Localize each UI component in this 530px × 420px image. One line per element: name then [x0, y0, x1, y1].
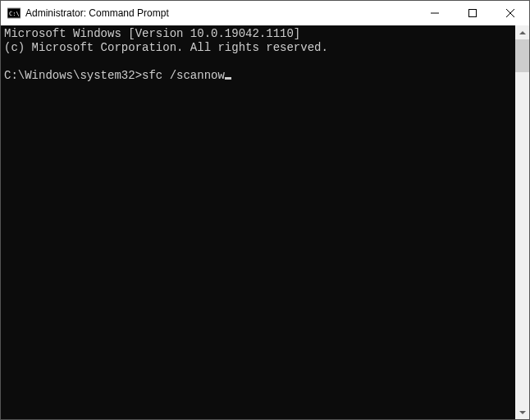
window-title: Administrator: Command Prompt	[25, 7, 169, 19]
svg-marker-6	[519, 31, 526, 34]
copyright-line: (c) Microsoft Corporation. All rights re…	[4, 41, 328, 54]
prompt: C:\Windows\system32>	[4, 69, 142, 82]
scroll-down-arrow[interactable]	[515, 405, 529, 419]
terminal-output[interactable]: Microsoft Windows [Version 10.0.19042.11…	[1, 25, 515, 419]
minimize-button[interactable]	[416, 1, 454, 25]
version-line: Microsoft Windows [Version 10.0.19042.11…	[4, 27, 300, 40]
maximize-button[interactable]	[454, 1, 491, 25]
svg-rect-3	[469, 10, 477, 17]
titlebar[interactable]: C:\ Administrator: Command Prompt	[1, 1, 529, 25]
scroll-up-arrow[interactable]	[515, 25, 529, 39]
titlebar-left: C:\ Administrator: Command Prompt	[1, 7, 169, 20]
cmd-icon: C:\	[7, 7, 21, 20]
close-button[interactable]	[491, 1, 529, 25]
command-prompt-window: C:\ Administrator: Command Prompt Micros…	[0, 0, 530, 420]
vertical-scrollbar[interactable]	[515, 25, 529, 419]
window-controls	[416, 1, 529, 25]
command-input: sfc /scannow	[142, 69, 225, 82]
cursor	[225, 77, 231, 80]
svg-marker-7	[519, 411, 526, 414]
svg-text:C:\: C:\	[9, 11, 20, 17]
scroll-track[interactable]	[515, 39, 529, 405]
content-area: Microsoft Windows [Version 10.0.19042.11…	[1, 25, 529, 419]
scroll-thumb[interactable]	[515, 39, 529, 72]
